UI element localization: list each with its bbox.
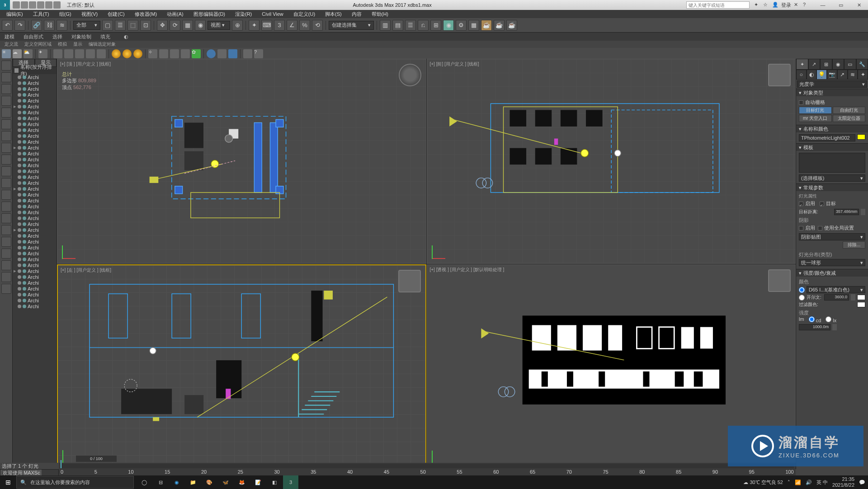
sun2-icon[interactable] <box>123 49 132 58</box>
p8[interactable] <box>243 49 252 58</box>
ribbon-tab-modeling[interactable]: 建模 <box>5 33 14 40</box>
ime-indicator[interactable]: 英 中 <box>816 479 828 486</box>
menu-rendering[interactable]: 渲染(R) <box>231 11 256 18</box>
mrsky-button[interactable]: mr 天空入口 <box>799 115 832 122</box>
close-button[interactable]: ✕ <box>850 0 868 10</box>
render-button[interactable]: ☕ <box>481 20 492 31</box>
menu-grapheditors[interactable]: 图形编辑器(D) <box>189 11 230 18</box>
exchange-icon[interactable]: ✕ <box>794 2 800 8</box>
tab-modify-icon[interactable]: ↗ <box>808 59 821 70</box>
cd-radio[interactable] <box>809 316 815 322</box>
distribution-combo[interactable]: 统一球形▾ <box>799 259 865 266</box>
edge-icon[interactable]: ◉ <box>169 475 184 489</box>
list-item[interactable]: Archi <box>13 292 57 297</box>
render-prod-button[interactable]: ☕ <box>494 20 505 31</box>
menu-edit[interactable]: 编辑(E) <box>2 11 28 18</box>
workspace-selector[interactable]: 工作区: 默认 <box>63 2 98 9</box>
menu-modifiers[interactable]: 修改器(M) <box>130 11 162 18</box>
list-item[interactable]: Archi <box>13 197 57 203</box>
p7[interactable] <box>228 49 237 58</box>
t2[interactable] <box>64 49 73 58</box>
list-item[interactable]: ▸Archi <box>13 186 57 192</box>
angle-snap-button[interactable]: ∠ <box>287 20 297 31</box>
kelvin-field[interactable]: 3600.0 <box>824 294 849 301</box>
subribbon-idle[interactable]: 定义空闲区域 <box>24 41 52 47</box>
bind-button[interactable]: ≋ <box>57 20 67 31</box>
lt1[interactable] <box>1 61 11 71</box>
shadow-global-checkbox[interactable] <box>818 226 822 230</box>
list-item[interactable]: Archi <box>13 150 57 156</box>
viewport-front-label[interactable]: [+] [前] [用户定义 ] [线框] <box>430 61 479 67</box>
lt11[interactable] <box>1 178 11 188</box>
move-button[interactable]: ✥ <box>157 20 168 31</box>
lt17[interactable] <box>1 249 11 259</box>
list-item[interactable]: ▸Archi <box>13 227 57 233</box>
schematic-button[interactable]: ⊞ <box>430 20 441 31</box>
wifi-icon[interactable]: 📶 <box>795 480 801 485</box>
list-item[interactable]: Archi <box>13 192 57 197</box>
render-frame-button[interactable]: ▦ <box>468 20 479 31</box>
help-search-input[interactable] <box>686 1 750 9</box>
color-preset-combo[interactable]: D65 I...t(基准白色)▾ <box>807 286 865 293</box>
p3[interactable] <box>181 49 190 58</box>
lt13[interactable] <box>1 202 11 212</box>
lt8[interactable] <box>1 143 11 153</box>
target-distance-field[interactable]: 357.486mm <box>834 209 859 215</box>
open-icon[interactable] <box>21 1 28 9</box>
undo-icon[interactable] <box>37 1 44 9</box>
menu-scripting[interactable]: 脚本(S) <box>321 11 346 18</box>
sub-lights-icon[interactable]: 💡 <box>816 70 827 80</box>
free-light-button[interactable]: 自由灯光 <box>833 107 866 114</box>
taskview-icon[interactable]: ◯ <box>137 475 152 489</box>
sub-helpers-icon[interactable]: ↗ <box>837 70 848 80</box>
list-item[interactable]: ▸Archi <box>13 103 57 109</box>
lt6[interactable] <box>1 119 11 129</box>
compass-icon[interactable]: ✦ <box>38 49 47 58</box>
menu-content[interactable]: 内容 <box>347 11 366 18</box>
tab-display-icon[interactable]: ▭ <box>844 59 856 70</box>
clock[interactable]: 21:352021/8/22 <box>832 476 854 488</box>
sun-button[interactable]: 太阳定位器 <box>833 115 866 122</box>
list-item[interactable]: Archi <box>13 86 57 92</box>
pivot-button[interactable]: ⊕ <box>232 20 243 31</box>
target-checkbox[interactable] <box>820 202 824 206</box>
object-color-swatch[interactable] <box>857 134 865 140</box>
t3[interactable] <box>75 49 84 58</box>
rollout-hdr-template[interactable]: 模板 <box>796 144 868 151</box>
render-setup-button[interactable]: ⚙ <box>456 20 467 31</box>
lt15[interactable] <box>1 225 11 235</box>
sun3-icon[interactable] <box>133 49 142 58</box>
list-item[interactable]: Archi <box>13 174 57 180</box>
lt7[interactable] <box>1 131 11 141</box>
list-item[interactable]: Archi <box>13 303 57 309</box>
sub-systems-icon[interactable]: ✦ <box>858 70 868 80</box>
tray-up-icon[interactable]: ˄ <box>788 480 790 485</box>
ribbon-tab-objectpaint[interactable]: 对象绘制 <box>71 33 91 40</box>
spinner-snap-button[interactable]: ⟲ <box>312 20 323 31</box>
maximize-button[interactable]: ▭ <box>832 0 850 10</box>
list-item[interactable]: Archi <box>13 121 57 127</box>
viewport-top[interactable]: [+] [顶 ] [用户定义 ] [线框] 总计 多边形 809,889 顶点 … <box>57 59 426 264</box>
weather-icon[interactable]: ⛅ <box>24 49 33 58</box>
object-list[interactable]: ArchiArchiArchiArchiArchi▸ArchiArchiArch… <box>13 74 57 469</box>
helpq-icon[interactable]: ? <box>254 49 263 58</box>
list-item[interactable]: Archi <box>13 109 57 115</box>
list-item[interactable]: Archi <box>13 127 57 133</box>
3dsmax-icon[interactable]: 3 <box>283 475 298 489</box>
help-icon[interactable]: ? <box>803 2 809 8</box>
timeline-track[interactable] <box>61 464 794 468</box>
menu-civilview[interactable]: Civil View <box>257 11 288 17</box>
placement-button[interactable]: ◉ <box>195 20 206 31</box>
spinner-arrows[interactable] <box>832 324 837 330</box>
shadow-enable-checkbox[interactable] <box>799 226 803 230</box>
intensity-field[interactable]: 1000.0m <box>799 324 830 330</box>
list-item[interactable]: Archi <box>13 98 57 103</box>
rollout-hdr-objtype[interactable]: 对象类型 <box>796 89 868 96</box>
tab-hierarchy-icon[interactable]: ⊞ <box>820 59 832 70</box>
category-combo[interactable]: 光度学▾ <box>797 80 867 88</box>
list-item[interactable]: Archi <box>13 133 57 139</box>
list-item[interactable]: Archi <box>13 297 57 303</box>
list-item[interactable]: Archi <box>13 244 57 250</box>
link-icon[interactable] <box>53 1 61 9</box>
list-item[interactable]: Archi <box>13 239 57 244</box>
